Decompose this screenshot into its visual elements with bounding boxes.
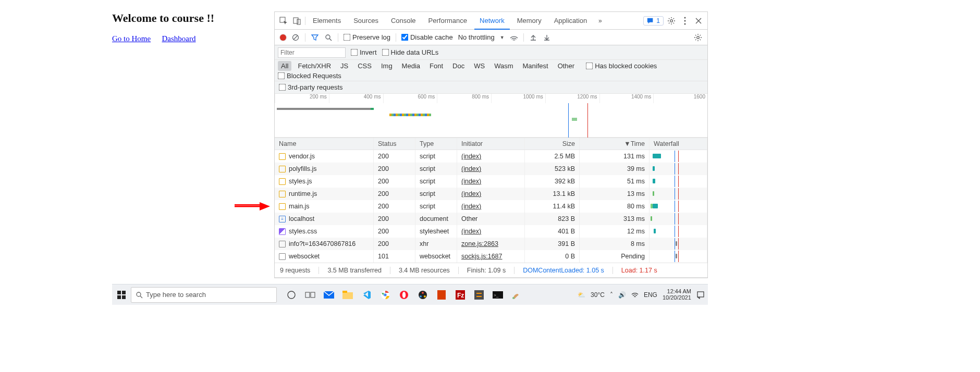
network-timeline[interactable]: 200 ms 400 ms 600 ms 800 ms 1000 ms 1200… (275, 94, 707, 138)
volume-icon[interactable]: 🔊 (618, 291, 626, 299)
search-icon[interactable] (324, 33, 333, 42)
col-type[interactable]: Type (415, 138, 457, 150)
network-conditions-icon[interactable] (510, 33, 518, 42)
tab-elements[interactable]: Elements (308, 12, 346, 30)
invert-checkbox[interactable]: Invert (351, 48, 377, 56)
col-name[interactable]: Name (275, 138, 374, 150)
table-row[interactable]: vendor.js200script(index)2.5 MB131 ms (275, 150, 707, 163)
issues-button[interactable]: 1 (643, 16, 664, 26)
chevron-down-icon[interactable]: ▼ (500, 35, 505, 40)
tab-network[interactable]: Network (474, 12, 510, 30)
cell-initiator[interactable]: (index) (461, 190, 481, 197)
notifications-icon[interactable] (696, 291, 705, 299)
app-vscode[interactable] (360, 289, 373, 301)
close-icon[interactable] (693, 15, 704, 27)
tray-clock[interactable]: 12:44 AM 10/20/2021 (663, 289, 691, 301)
cell-initiator[interactable]: sockjs.js:1687 (461, 253, 503, 260)
col-size[interactable]: Size (525, 138, 580, 150)
record-button[interactable] (280, 34, 286, 41)
type-ws[interactable]: WS (471, 61, 488, 71)
summary-resources: 3.4 MB resources (399, 267, 450, 274)
third-party-checkbox[interactable]: 3rd-party requests (279, 83, 343, 91)
cell-size: 0 B (525, 250, 580, 263)
upload-har-icon[interactable] (529, 33, 537, 42)
wifi-icon[interactable] (631, 292, 639, 298)
table-row[interactable]: info?t=1634670867816200xhrzone.js:286339… (275, 238, 707, 250)
tab-sources[interactable]: Sources (348, 12, 384, 30)
type-img[interactable]: Img (378, 61, 396, 71)
tab-application[interactable]: Application (549, 12, 593, 30)
table-row[interactable]: styles.css200stylesheet(index)401 B12 ms (275, 225, 707, 238)
cell-initiator[interactable]: (index) (461, 203, 481, 210)
type-fetch[interactable]: Fetch/XHR (295, 61, 334, 71)
table-row[interactable]: runtime.js200script(index)13.1 kB13 ms (275, 188, 707, 200)
filter-input[interactable] (278, 47, 346, 58)
table-row[interactable]: polyfills.js200script(index)523 kB39 ms (275, 163, 707, 175)
tray-chevron-icon[interactable]: ˄ (610, 291, 613, 299)
cell-initiator[interactable]: (index) (461, 178, 481, 185)
filter-icon[interactable] (311, 33, 319, 42)
gear-icon[interactable] (666, 15, 677, 27)
col-time[interactable]: ▼Time (580, 138, 650, 150)
app-terminal[interactable]: >_ (492, 289, 504, 301)
weather-temp[interactable]: 30°C (591, 291, 605, 299)
kebab-icon[interactable] (679, 15, 691, 27)
app-mail[interactable] (323, 289, 335, 301)
disable-cache-checkbox[interactable]: Disable cache (401, 33, 453, 41)
cell-type: websocket (415, 250, 457, 263)
table-row[interactable]: ≡localhost200documentOther823 B313 ms (275, 213, 707, 225)
taskbar-search[interactable]: Type here to search (131, 287, 277, 303)
type-wasm[interactable]: Wasm (491, 61, 516, 71)
col-waterfall[interactable]: Waterfall (650, 138, 707, 150)
table-row[interactable]: main.js200script(index)11.4 kB80 ms (275, 200, 707, 213)
clear-icon[interactable] (291, 33, 300, 42)
cell-initiator[interactable]: zone.js:2863 (461, 240, 498, 247)
download-har-icon[interactable] (543, 33, 551, 42)
more-tabs-icon[interactable]: » (594, 15, 606, 27)
type-css[interactable]: CSS (354, 61, 375, 71)
tab-memory[interactable]: Memory (512, 12, 547, 30)
hide-data-urls-checkbox[interactable]: Hide data URLs (382, 48, 439, 56)
link-dashboard[interactable]: Dashboard (162, 34, 196, 43)
cell-initiator[interactable]: (index) (461, 228, 481, 235)
tab-console[interactable]: Console (386, 12, 421, 30)
device-toolbar-icon[interactable] (291, 15, 303, 27)
type-other[interactable]: Other (555, 61, 578, 71)
blocked-cookies-checkbox[interactable]: Has blocked cookies (586, 62, 657, 70)
type-font[interactable]: Font (426, 61, 446, 71)
type-all[interactable]: All (278, 61, 291, 71)
type-manifest[interactable]: Manifest (519, 61, 551, 71)
start-button[interactable] (115, 289, 128, 301)
table-row[interactable]: websocket101websocketsockjs.js:16870 BPe… (275, 250, 707, 263)
app-filezilla[interactable]: Fz (454, 289, 467, 301)
app-taskview[interactable] (304, 289, 316, 301)
cell-initiator[interactable]: (index) (461, 153, 481, 160)
col-status[interactable]: Status (374, 138, 415, 150)
preserve-log-checkbox[interactable]: Preserve log (344, 33, 390, 41)
svg-line-11 (293, 35, 298, 40)
blocked-requests-checkbox[interactable]: Blocked Requests (278, 72, 341, 80)
col-initiator[interactable]: Initiator (457, 138, 525, 150)
cell-name: styles.js (289, 178, 312, 185)
app-sublime[interactable] (473, 289, 485, 301)
tray-lang[interactable]: ENG (644, 291, 657, 299)
tab-performance[interactable]: Performance (423, 12, 472, 30)
app-explorer[interactable] (341, 289, 354, 301)
app-resolve[interactable] (416, 289, 429, 301)
app-chrome[interactable] (379, 289, 391, 301)
inspect-icon[interactable] (278, 15, 289, 27)
link-home[interactable]: Go to Home (112, 34, 151, 43)
app-cortana[interactable] (285, 289, 298, 301)
type-media[interactable]: Media (399, 61, 423, 71)
throttling-select[interactable]: No throttling (458, 33, 495, 41)
table-row[interactable]: styles.js200script(index)392 kB51 ms (275, 175, 707, 188)
cell-initiator[interactable]: (index) (461, 165, 481, 172)
weather-icon[interactable]: ⛅ (578, 291, 585, 299)
app-paint[interactable] (510, 289, 523, 301)
drawer-gear-icon[interactable] (694, 33, 702, 42)
app-opera[interactable] (398, 289, 410, 301)
grid-header[interactable]: Name Status Type Initiator Size ▼Time Wa… (275, 138, 707, 150)
app-office[interactable] (435, 289, 448, 301)
type-js[interactable]: JS (337, 61, 351, 71)
type-doc[interactable]: Doc (449, 61, 468, 71)
